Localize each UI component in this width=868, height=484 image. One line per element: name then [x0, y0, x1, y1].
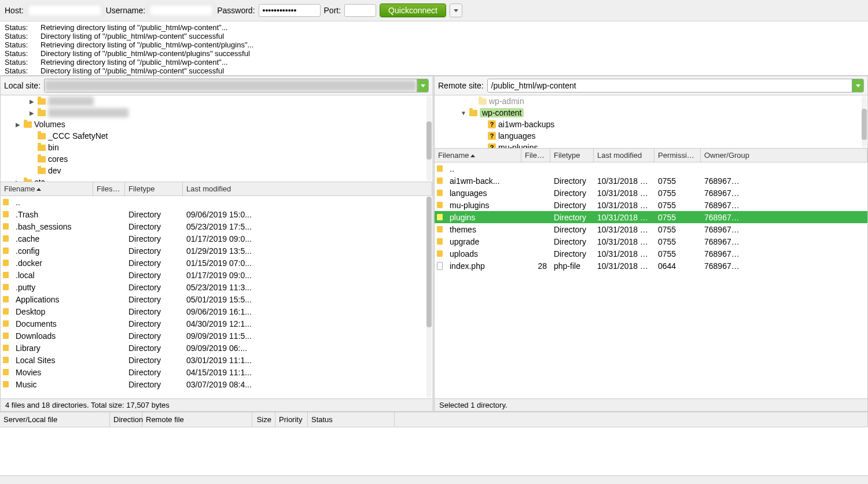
- chevron-down-icon: [856, 84, 860, 87]
- local-path-input[interactable]: [45, 80, 417, 91]
- file-row[interactable]: ai1wm-back... Directory 10/31/2018 0... …: [435, 175, 867, 187]
- file-modified: 09/06/2019 16:1...: [183, 307, 258, 316]
- file-name: Downloads: [12, 331, 93, 341]
- file-row[interactable]: Library Directory 09/09/2019 06:...: [1, 342, 432, 354]
- local-path-dropdown[interactable]: [417, 79, 428, 92]
- remote-file-header[interactable]: Filename Filesize Filetype Last modified…: [435, 149, 867, 162]
- quickconnect-history-dropdown[interactable]: [450, 3, 462, 17]
- tree-item[interactable]: ▶██████████████: [1, 107, 432, 119]
- folder-icon: [437, 202, 443, 208]
- remote-path-dropdown[interactable]: [852, 79, 863, 92]
- file-row[interactable]: Local Sites Directory 03/01/2019 11:1...: [1, 354, 432, 366]
- tree-toggle-icon[interactable]: ▶: [14, 121, 21, 128]
- folder-icon: [24, 121, 32, 128]
- tree-item[interactable]: ▼wp-content: [435, 107, 867, 119]
- file-row[interactable]: .local Directory 01/17/2019 09:0...: [1, 269, 432, 281]
- tree-item[interactable]: ?languages: [435, 130, 867, 142]
- tree-toggle-icon[interactable]: ▶: [14, 179, 21, 182]
- file-row[interactable]: .putty Directory 05/23/2019 11:3...: [1, 281, 432, 293]
- file-name: index.php: [446, 261, 521, 271]
- remote-file-list[interactable]: .. ai1wm-back... Directory 10/31/2018 0.…: [435, 162, 867, 398]
- folder-icon: [38, 168, 46, 174]
- file-modified: 01/17/2019 09:0...: [183, 271, 258, 280]
- chevron-down-icon: [421, 84, 425, 87]
- tree-toggle-icon[interactable]: ▶: [28, 98, 35, 105]
- tree-item[interactable]: ▶Volumes: [1, 119, 432, 130]
- file-permissions: 0644: [654, 261, 701, 271]
- file-row[interactable]: uploads Directory 10/31/2018 0... 0755 7…: [435, 247, 867, 260]
- port-label: Port:: [324, 6, 341, 15]
- tree-toggle-icon[interactable]: ▼: [460, 109, 467, 116]
- tree-label: mu-plugins: [498, 143, 538, 149]
- file-row[interactable]: ..: [435, 162, 867, 175]
- file-row[interactable]: plugins Directory 10/31/2018 0... 0755 7…: [435, 211, 867, 223]
- tree-label: Volumes: [34, 120, 65, 129]
- quickconnect-button[interactable]: Quickconnect: [380, 3, 446, 17]
- file-row[interactable]: .config Directory 01/29/2019 13:5...: [1, 245, 432, 257]
- tree-item[interactable]: ?mu-plugins: [435, 142, 867, 149]
- log-message: Retrieving directory listing of "/public…: [41, 41, 253, 50]
- transfer-queue-header[interactable]: Server/Local file Direction Remote file …: [0, 412, 868, 427]
- file-row[interactable]: mu-plugins Directory 10/31/2018 0... 075…: [435, 199, 867, 211]
- folder-icon: [38, 145, 46, 151]
- tree-item[interactable]: bin: [1, 142, 432, 153]
- tree-item[interactable]: ▶████████: [1, 95, 432, 107]
- file-row[interactable]: upgrade Directory 10/31/2018 0... 0755 7…: [435, 235, 867, 247]
- local-list-scrollbar[interactable]: [426, 197, 432, 398]
- local-tree[interactable]: ▶████████▶██████████████▶Volumes_CCC Saf…: [1, 95, 432, 182]
- folder-icon: [38, 98, 46, 105]
- unknown-folder-icon: ?: [488, 143, 496, 149]
- file-row[interactable]: .docker Directory 01/15/2019 07:0...: [1, 257, 432, 269]
- file-modified: 05/23/2019 11:3...: [183, 283, 258, 292]
- tree-item[interactable]: wp-admin: [435, 95, 867, 107]
- file-row[interactable]: .bash_sessions Directory 05/23/2019 17:5…: [1, 220, 432, 232]
- file-row[interactable]: Downloads Directory 09/09/2019 11:5...: [1, 330, 432, 342]
- local-tree-scrollbar[interactable]: [426, 96, 432, 181]
- file-name: uploads: [446, 249, 521, 258]
- file-row[interactable]: .Trash Directory 09/06/2019 15:0...: [1, 208, 432, 220]
- file-modified: 10/31/2018 0...: [594, 201, 654, 210]
- file-row[interactable]: Desktop Directory 09/06/2019 16:1...: [1, 305, 432, 317]
- file-row[interactable]: Applications Directory 05/01/2019 15:5..…: [1, 293, 432, 305]
- file-modified: 09/09/2019 06:...: [183, 343, 258, 353]
- local-file-list[interactable]: .. .Trash Directory 09/06/2019 15:0... .…: [1, 196, 432, 398]
- folder-icon: [437, 165, 443, 172]
- tree-toggle-icon[interactable]: ▶: [28, 109, 35, 116]
- password-input[interactable]: [259, 4, 321, 17]
- file-row[interactable]: Documents Directory 04/30/2019 12:1...: [1, 317, 432, 330]
- file-type: Directory: [125, 380, 183, 389]
- file-modified: 05/01/2019 15:5...: [183, 295, 258, 304]
- tree-item[interactable]: ▶etc: [1, 176, 432, 182]
- file-name: .local: [12, 271, 93, 280]
- tree-item[interactable]: ?ai1wm-backups: [435, 119, 867, 130]
- file-row[interactable]: themes Directory 10/31/2018 0... 0755 76…: [435, 223, 867, 235]
- tree-item[interactable]: dev: [1, 165, 432, 176]
- file-type: Directory: [125, 222, 183, 231]
- username-input[interactable]: [149, 4, 214, 17]
- tree-item[interactable]: _CCC SafetyNet: [1, 130, 432, 142]
- file-row[interactable]: .cache Directory 01/17/2019 09:0...: [1, 232, 432, 245]
- sort-asc-icon: [470, 154, 475, 157]
- transfer-queue[interactable]: [0, 427, 868, 476]
- log-message: Retrieving directory listing of "/public…: [41, 58, 228, 67]
- file-name: upgrade: [446, 237, 521, 246]
- tree-item[interactable]: cores: [1, 153, 432, 165]
- file-row[interactable]: Music Directory 03/07/2019 08:4...: [1, 378, 432, 390]
- remote-tree[interactable]: wp-admin▼wp-content?ai1wm-backups?langua…: [435, 95, 867, 149]
- file-row[interactable]: Movies Directory 04/15/2019 11:1...: [1, 366, 432, 378]
- host-input[interactable]: [27, 4, 102, 17]
- file-name: Desktop: [12, 307, 93, 316]
- file-name: themes: [446, 225, 521, 234]
- file-row[interactable]: index.php 28 php-file 10/31/2018 0... 06…: [435, 260, 867, 272]
- file-row[interactable]: ..: [1, 196, 432, 208]
- file-permissions: 0755: [654, 213, 701, 222]
- file-modified: 09/09/2019 11:5...: [183, 331, 258, 341]
- statusbar: [0, 476, 868, 484]
- file-row[interactable]: languages Directory 10/31/2018 0... 0755…: [435, 187, 867, 199]
- folder-icon: [38, 156, 46, 162]
- tree-label: ████████: [48, 97, 94, 106]
- local-file-header[interactable]: Filename Filesize Filetype Last modified: [1, 182, 432, 196]
- remote-path-input[interactable]: [488, 80, 852, 91]
- file-modified: 03/07/2019 08:4...: [183, 380, 258, 389]
- port-input[interactable]: [344, 4, 376, 17]
